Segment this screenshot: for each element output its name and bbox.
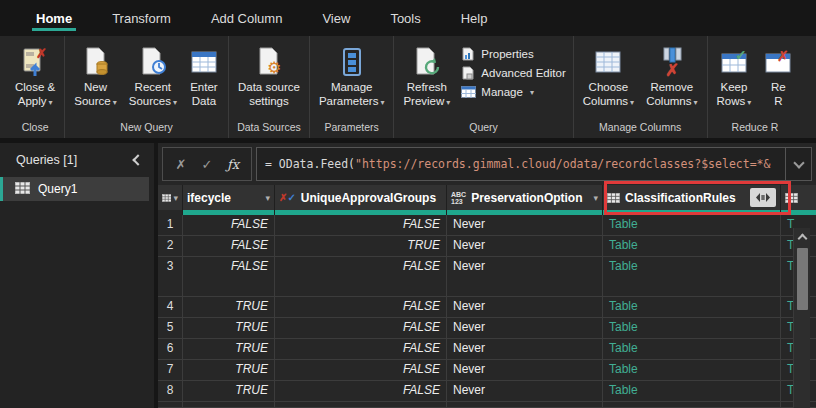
grid-cell[interactable]: FALSE [275, 360, 447, 381]
new-source-label-1: New [84, 81, 107, 93]
tab-add-column[interactable]: Add Column [209, 2, 285, 35]
grid-cell[interactable] [447, 402, 603, 408]
grid-cell[interactable]: Table [603, 381, 781, 402]
grid-cell[interactable]: Never [447, 236, 603, 257]
grid-cell[interactable]: TRUE [183, 318, 275, 339]
grid-cell[interactable]: Table [603, 215, 781, 236]
grid-cell[interactable]: Table [603, 318, 781, 339]
grid-cell[interactable]: TRUE [183, 339, 275, 360]
any-type-icon: ABC123 [451, 191, 466, 205]
new-source-label-2: Source [74, 95, 110, 107]
column-header-lifecycle[interactable]: ifecycle ▾ [183, 185, 275, 210]
row-number[interactable]: 6 [158, 339, 183, 360]
enter-data-button[interactable]: Enter Data [184, 40, 224, 110]
refresh-preview-button[interactable]: Refresh Preview▾ [398, 40, 455, 112]
grid-cell[interactable]: FALSE [183, 215, 275, 236]
commit-formula-icon[interactable]: ✓ [195, 157, 219, 172]
grid-cell[interactable]: Never [447, 257, 603, 297]
grid-cell[interactable]: FALSE [275, 339, 447, 360]
grid-cell[interactable]: Table [603, 360, 781, 381]
tab-view[interactable]: View [320, 2, 352, 35]
table-type-icon [607, 193, 620, 203]
formula-bar: ✗ ✓ ƒx = OData.Feed("https://records.gim… [158, 143, 816, 185]
tab-help[interactable]: Help [459, 2, 490, 35]
row-number[interactable]: 4 [158, 297, 183, 318]
properties-button[interactable]: Properties [457, 46, 568, 62]
data-source-settings-button[interactable]: ⚙ Data source settings [233, 40, 305, 110]
group-label-reduce-rows: Reduce R [712, 118, 799, 138]
formula-string: "https://records.gimmal.cloud/odata/reco… [355, 157, 770, 171]
grid-cell[interactable]: FALSE [275, 381, 447, 402]
grid-cell[interactable]: Table [603, 257, 781, 297]
row-number[interactable]: 1 [158, 215, 183, 236]
formula-text: = OData.Feed("https://records.gimmal.clo… [257, 157, 785, 171]
grid-cell[interactable]: TRUE [183, 297, 275, 318]
row-number[interactable] [158, 402, 183, 408]
grid-cell[interactable]: FALSE [275, 215, 447, 236]
tab-tools[interactable]: Tools [388, 2, 422, 35]
filter-dropdown-icon[interactable]: ▾ [593, 193, 598, 203]
grid-cell[interactable]: FALSE [275, 257, 447, 297]
grid-cell[interactable] [603, 402, 781, 408]
grid-cell[interactable]: FALSE [275, 297, 447, 318]
row-number[interactable]: 3 [158, 257, 183, 297]
grid-cell[interactable]: Table [603, 339, 781, 360]
grid-cell[interactable]: TRUE [275, 236, 447, 257]
grid-cell[interactable]: TRUE [183, 381, 275, 402]
manage-button[interactable]: Manage ▾ [457, 84, 568, 100]
column-header-classificationrules[interactable]: ClassificationRules [603, 185, 781, 210]
collapse-pane-icon[interactable] [132, 154, 143, 165]
keep-rows-button[interactable]: ✓ Keep Rows▾ [712, 40, 757, 112]
formula-input[interactable]: = OData.Feed("https://records.gimmal.clo… [256, 147, 812, 181]
grid-cell[interactable]: Never [447, 339, 603, 360]
advanced-editor-button[interactable]: Advanced Editor [457, 65, 568, 81]
choose-columns-button[interactable]: Choose Columns▾ [578, 40, 639, 112]
grid-cell[interactable]: FALSE [183, 257, 275, 297]
grid-cell[interactable]: Never [447, 318, 603, 339]
new-source-button[interactable]: New Source▾ [69, 40, 121, 112]
column-name: UniqueApprovalGroups [301, 191, 436, 205]
column-header-uniqueapprovalgroups[interactable]: ✗✓ UniqueApprovalGroups ▾ [275, 185, 447, 210]
select-all-corner-cell[interactable]: ▾ [158, 185, 183, 210]
scrollbar-thumb[interactable] [797, 248, 808, 310]
close-and-apply-button[interactable]: ✗ Close & Apply▾ [10, 40, 60, 112]
query-list-item-query1[interactable]: Query1 [0, 177, 149, 201]
manage-parameters-button[interactable]: Manage Parameters▾ [314, 40, 389, 112]
grid-cell[interactable]: Never [447, 297, 603, 318]
grid-cell[interactable]: Never [447, 381, 603, 402]
column-header-preservationoption[interactable]: ABC123 PreservationOption ▾ [447, 185, 603, 210]
formula-bar-buttons: ✗ ✓ ƒx [162, 147, 252, 181]
expand-column-button[interactable] [750, 188, 776, 207]
remove-columns-button[interactable]: ✗ Remove Columns▾ [641, 40, 702, 112]
formula-expand-button[interactable] [785, 148, 811, 180]
grid-cell[interactable]: Never [447, 215, 603, 236]
ribbon-group-close: ✗ Close & Apply▾ Close [6, 36, 65, 138]
grid-cell[interactable]: TRUE [183, 360, 275, 381]
svg-text:✗: ✗ [36, 46, 47, 61]
grid-cell[interactable]: FALSE [275, 318, 447, 339]
tab-home[interactable]: Home [34, 2, 74, 35]
row-number[interactable]: 8 [158, 381, 183, 402]
remove-rows-button-partial[interactable]: ✗ Re R [758, 40, 798, 110]
row-number[interactable]: 5 [158, 318, 183, 339]
grid-cell[interactable]: FALSE [183, 236, 275, 257]
column-header-partial[interactable] [781, 185, 816, 210]
grid-cell[interactable] [275, 402, 447, 408]
vertical-scrollbar[interactable] [793, 228, 810, 408]
recent-sources-button[interactable]: Recent Sources▾ [124, 40, 182, 112]
chevron-down-icon: ▾ [630, 98, 634, 107]
row-number[interactable]: 2 [158, 236, 183, 257]
grid-cell[interactable]: Table [603, 236, 781, 257]
group-label-query: Query [398, 118, 568, 138]
grid-cell[interactable]: Never [447, 360, 603, 381]
filter-dropdown-icon[interactable]: ▾ [265, 193, 270, 203]
grid-cell[interactable] [183, 402, 275, 408]
grid-cell[interactable]: Table [603, 297, 781, 318]
scroll-up-icon[interactable] [797, 234, 807, 244]
tab-transform[interactable]: Transform [110, 2, 173, 35]
advanced-editor-icon [460, 66, 476, 80]
fx-icon[interactable]: ƒx [221, 157, 245, 172]
cancel-formula-icon[interactable]: ✗ [169, 157, 193, 172]
row-number[interactable]: 7 [158, 360, 183, 381]
table-type-icon [785, 193, 798, 203]
